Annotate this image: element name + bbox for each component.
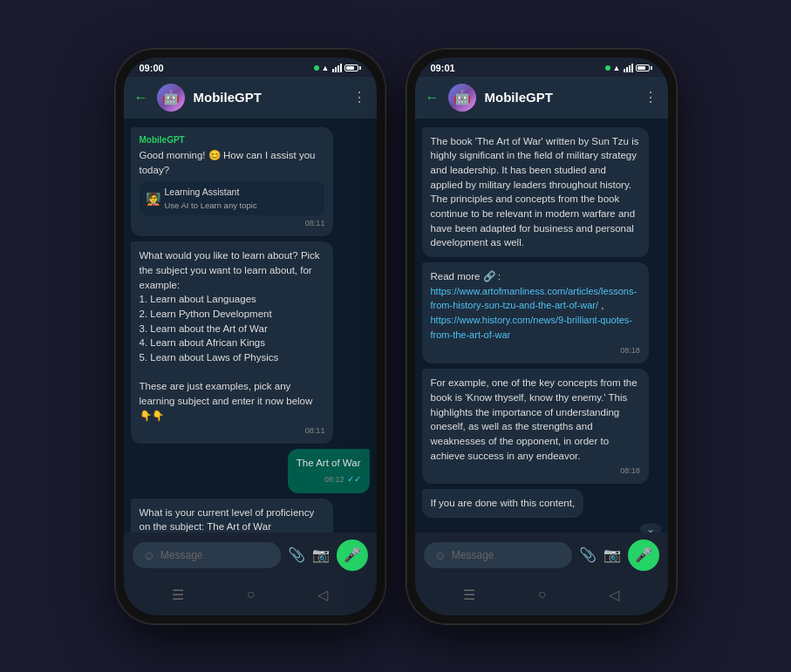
time-readmore: 08:18 bbox=[431, 345, 640, 356]
bubble-proficiency: What is your current level of proficienc… bbox=[131, 499, 334, 533]
emoji-icon-right[interactable]: ☺ bbox=[434, 548, 447, 562]
more-menu-left[interactable]: ⋮ bbox=[352, 89, 366, 105]
notification-dot-left bbox=[314, 64, 319, 72]
status-bar-left: 09:00 ▲ bbox=[124, 58, 377, 77]
scene: 09:00 ▲ ← bbox=[98, 31, 694, 641]
bubble-text-done: If you are done with this content, bbox=[431, 498, 576, 508]
back-button-left[interactable]: ← bbox=[134, 90, 148, 105]
chat-area-left[interactable]: MobileGPT Good morning! 😊 How can I assi… bbox=[124, 119, 377, 533]
chat-title-left: MobileGPT bbox=[194, 90, 344, 105]
bubble-text-artofwar: The Art of War bbox=[297, 458, 361, 468]
attach-icon-left[interactable]: 📎 bbox=[288, 546, 305, 563]
emoji-icon-left[interactable]: ☺ bbox=[143, 548, 155, 562]
avatar-left: 🤖 bbox=[157, 84, 185, 112]
chat-title-right: MobileGPT bbox=[485, 90, 635, 105]
assistant-subtitle: Use AI to Learn any topic bbox=[165, 200, 257, 212]
status-time-right: 09:01 bbox=[431, 63, 455, 73]
nav-home-right[interactable]: ○ bbox=[528, 583, 557, 606]
attach-icon-right[interactable]: 📎 bbox=[579, 546, 597, 563]
link-artofmanliness[interactable]: https://www.artofmanliness.com/articles/… bbox=[431, 286, 638, 311]
assistant-title: Learning Assistant bbox=[165, 186, 257, 199]
link-history[interactable]: https://www.history.com/news/9-brilliant… bbox=[431, 315, 633, 340]
more-menu-right[interactable]: ⋮ bbox=[644, 89, 658, 105]
bubble-greeting: MobileGPT Good morning! 😊 How can I assi… bbox=[131, 127, 334, 237]
chat-header-left: ← 🤖 MobileGPT ⋮ bbox=[124, 77, 377, 119]
bubble-text-readmore: Read more 🔗 : bbox=[431, 271, 501, 282]
chat-header-right: ← 🤖 MobileGPT ⋮ bbox=[415, 77, 668, 119]
notification-dot-right bbox=[605, 64, 610, 72]
bubble-readmore: Read more 🔗 : https://www.artofmanliness… bbox=[422, 262, 649, 363]
bubble-keyconcept: For example, one of the key concepts fro… bbox=[422, 369, 649, 484]
avatar-right: 🤖 bbox=[448, 84, 476, 112]
nav-bar-left: ☰ ○ ◁ bbox=[124, 578, 377, 615]
battery-right bbox=[636, 64, 652, 71]
bubble-text-keyconcept: For example, one of the key concepts fro… bbox=[431, 377, 638, 460]
time-greeting: 08:11 bbox=[140, 218, 325, 229]
phone-left: 09:00 ▲ ← bbox=[115, 49, 385, 624]
bubble-text-desc: The book 'The Art of War' written by Sun… bbox=[431, 136, 639, 248]
signal-bars-left bbox=[332, 64, 342, 72]
status-icons-right: ▲ bbox=[605, 64, 652, 72]
read-ticks: ✓✓ bbox=[347, 473, 361, 486]
bubble-text-proficiency: What is your current level of proficienc… bbox=[140, 507, 315, 533]
input-placeholder-right: Message bbox=[452, 549, 562, 561]
mic-button-right[interactable]: 🎤 bbox=[628, 540, 659, 571]
status-icons-left: ▲ bbox=[314, 64, 361, 72]
scroll-down-btn-right[interactable]: ⌄ bbox=[640, 523, 661, 532]
phone-right: 09:01 ▲ ← bbox=[406, 49, 677, 624]
nav-back-right[interactable]: ◁ bbox=[598, 583, 630, 607]
bubble-text-comma: , bbox=[601, 300, 603, 310]
battery-left bbox=[344, 64, 361, 71]
message-input-right[interactable]: ☺ Message bbox=[424, 542, 572, 568]
assistant-icon: 🧑‍🏫 bbox=[146, 190, 160, 207]
bubble-text-list: What would you like to learn about? Pick… bbox=[140, 250, 320, 420]
time-artofwar: 08:12 ✓✓ bbox=[297, 473, 361, 486]
bubble-sender: MobileGPT bbox=[140, 134, 325, 147]
chat-area-right[interactable]: The book 'The Art of War' written by Sun… bbox=[415, 119, 668, 533]
nav-back-left[interactable]: ◁ bbox=[307, 583, 338, 607]
time-keyconcept: 08:18 bbox=[431, 465, 640, 477]
bubble-artofwar-desc: The book 'The Art of War' written by Sun… bbox=[422, 127, 649, 257]
input-bar-right: ☺ Message 📎 📷 🎤 bbox=[415, 533, 668, 578]
nav-menu-right[interactable]: ☰ bbox=[453, 583, 486, 607]
camera-icon-left[interactable]: 📷 bbox=[312, 546, 330, 563]
message-input-left[interactable]: ☺ Message bbox=[133, 542, 281, 568]
bubble-done: If you are done with this content, bbox=[422, 489, 584, 518]
input-bar-left: ☺ Message 📎 📷 🎤 bbox=[124, 533, 377, 578]
bubble-list: What would you like to learn about? Pick… bbox=[131, 241, 334, 444]
nav-home-left[interactable]: ○ bbox=[236, 583, 266, 606]
back-button-right[interactable]: ← bbox=[426, 90, 440, 105]
nav-bar-right: ☰ ○ ◁ bbox=[415, 578, 668, 615]
bubble-text-greeting: Good morning! 😊 How can I assist you tod… bbox=[140, 150, 316, 175]
camera-icon-right[interactable]: 📷 bbox=[603, 546, 621, 563]
nav-menu-left[interactable]: ☰ bbox=[161, 583, 194, 607]
status-bar-right: 09:01 ▲ bbox=[415, 58, 668, 77]
learning-assistant-card: 🧑‍🏫 Learning Assistant Use AI to Learn a… bbox=[140, 181, 325, 215]
wifi-icon: ▲ bbox=[322, 64, 330, 72]
mic-button-left[interactable]: 🎤 bbox=[337, 540, 368, 571]
time-list: 08:11 bbox=[140, 425, 325, 437]
input-placeholder-left: Message bbox=[160, 549, 270, 561]
bubble-user-artofwar: The Art of War 08:12 ✓✓ bbox=[288, 449, 370, 492]
wifi-icon-right: ▲ bbox=[613, 64, 621, 72]
status-time-left: 09:00 bbox=[140, 63, 164, 73]
signal-bars-right bbox=[624, 64, 633, 72]
